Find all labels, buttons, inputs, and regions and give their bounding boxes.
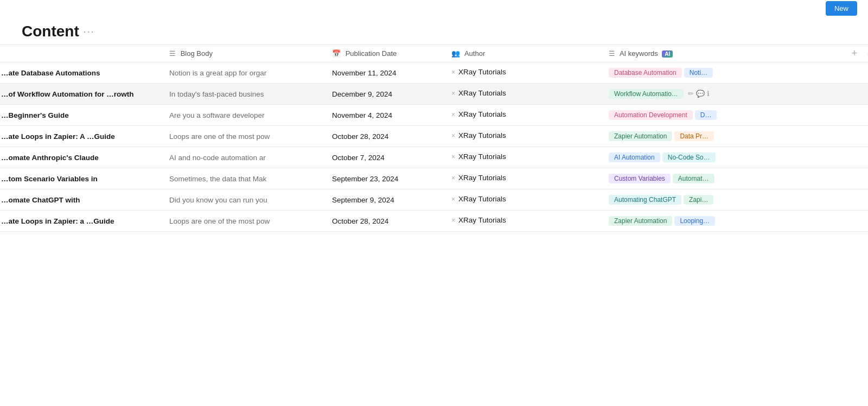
col-header-body[interactable]: ☰ Blog Body: [163, 45, 326, 62]
keyword-tag[interactable]: No-Code So…: [662, 153, 716, 162]
col-header-keywords[interactable]: ☰ AI keywords AI: [602, 45, 846, 62]
keyword-tag[interactable]: Noti…: [684, 68, 713, 78]
info-icon[interactable]: ℹ: [707, 90, 710, 98]
keyword-tag[interactable]: Automating ChatGPT: [609, 195, 681, 205]
author-remove-button[interactable]: ×: [451, 174, 455, 182]
cell-author[interactable]: ×XRay Tutorials: [445, 211, 602, 230]
cell-body: Did you know you can run you: [163, 189, 326, 211]
table-header-row: ☰ Blog Body 📅 Publication Date 👥 Author …: [0, 45, 868, 62]
table-row[interactable]: …omate ChatGPT withDid you know you can …: [0, 189, 868, 211]
cell-date: September 9, 2024: [326, 189, 445, 211]
cell-date: November 11, 2024: [326, 62, 445, 84]
table-row[interactable]: …of Workflow Automation for …rowthIn tod…: [0, 84, 868, 105]
cell-author[interactable]: ×XRay Tutorials: [445, 126, 602, 145]
table-row[interactable]: …Beginner's GuideAre you a software deve…: [0, 105, 868, 126]
comment-icon[interactable]: 💬: [696, 90, 705, 98]
cell-date: September 23, 2024: [326, 168, 445, 189]
keyword-tag[interactable]: Zapier Automation: [609, 216, 672, 226]
cell-empty-more: [863, 147, 868, 168]
keyword-tag[interactable]: Automation Development: [609, 110, 693, 120]
keyword-tag[interactable]: Data Pr…: [674, 131, 714, 141]
cell-body: Sometimes, the data that Mak: [163, 168, 326, 189]
author-name: XRay Tutorials: [458, 195, 506, 203]
col-header-date[interactable]: 📅 Publication Date: [326, 45, 445, 62]
cell-empty-add: [846, 189, 863, 211]
keyword-tag[interactable]: Zapier Automation: [609, 131, 672, 141]
content-table: ☰ Blog Body 📅 Publication Date 👥 Author …: [0, 45, 868, 232]
keyword-tag[interactable]: AI Automation: [609, 153, 660, 162]
add-column-button[interactable]: +: [846, 45, 863, 62]
author-remove-button[interactable]: ×: [451, 111, 455, 118]
cell-title[interactable]: …omate ChatGPT with: [0, 189, 163, 211]
keyword-tag[interactable]: Workflow Automatio…: [609, 89, 684, 99]
col-header-author[interactable]: 👥 Author: [445, 45, 602, 62]
cell-empty-add: [846, 126, 863, 147]
cell-empty-more: [863, 168, 868, 189]
cell-keywords[interactable]: AI AutomationNo-Code So…: [602, 147, 846, 168]
keyword-tag[interactable]: Automat…: [673, 174, 714, 183]
cell-title[interactable]: …tom Scenario Variables in: [0, 168, 163, 189]
cell-title[interactable]: …ate Loops in Zapier: a …Guide: [0, 211, 163, 232]
table-row[interactable]: …ate Loops in Zapier: a …GuideLoops are …: [0, 211, 868, 232]
cell-keywords[interactable]: Custom VariablesAutomat…: [602, 168, 846, 189]
cell-keywords[interactable]: Zapier AutomationData Pr…: [602, 126, 846, 147]
cell-date: December 9, 2024: [326, 84, 445, 105]
cell-author[interactable]: ×XRay Tutorials: [445, 168, 602, 187]
keyword-tag[interactable]: Database Automation: [609, 68, 682, 78]
cell-keywords[interactable]: Workflow Automatio…✏💬ℹ: [602, 84, 846, 105]
keyword-tag[interactable]: Looping…: [674, 216, 715, 226]
cell-keywords[interactable]: Zapier AutomationLooping…: [602, 211, 846, 232]
cell-date: November 4, 2024: [326, 105, 445, 126]
cell-body: Are you a software developer: [163, 105, 326, 126]
cell-title[interactable]: …of Workflow Automation for …rowth: [0, 84, 163, 105]
author-name: XRay Tutorials: [458, 89, 506, 97]
keyword-tag[interactable]: Custom Variables: [609, 174, 671, 183]
page-container: New Content ···: [0, 0, 868, 406]
cell-empty-more: [863, 62, 868, 84]
table-row[interactable]: …ate Loops in Zapier: A …GuideLoops are …: [0, 126, 868, 147]
author-remove-button[interactable]: ×: [451, 68, 455, 76]
cell-date: October 28, 2024: [326, 126, 445, 147]
cell-keywords[interactable]: Automation DevelopmentD…: [602, 105, 846, 126]
content-menu-dots[interactable]: ···: [84, 26, 95, 37]
cell-empty-more: [863, 211, 868, 232]
people-icon: 👥: [451, 49, 460, 58]
cell-empty-more: [863, 84, 868, 105]
cell-empty-add: [846, 105, 863, 126]
author-name: XRay Tutorials: [458, 216, 506, 224]
author-name: XRay Tutorials: [458, 131, 506, 139]
content-header: Content ···: [0, 16, 868, 45]
table-row[interactable]: …omate Anthropic's ClaudeAI and no-code …: [0, 147, 868, 168]
cell-title[interactable]: …ate Loops in Zapier: A …Guide: [0, 126, 163, 147]
cell-keywords[interactable]: Database AutomationNoti…: [602, 62, 846, 84]
keyword-tag[interactable]: D…: [695, 110, 717, 120]
cell-date: October 7, 2024: [326, 147, 445, 168]
author-remove-button[interactable]: ×: [451, 90, 455, 97]
cell-author[interactable]: ×XRay Tutorials: [445, 105, 602, 124]
author-remove-button[interactable]: ×: [451, 132, 455, 139]
new-button[interactable]: New: [826, 1, 857, 16]
cell-author[interactable]: ×XRay Tutorials: [445, 189, 602, 208]
cell-empty-more: [863, 126, 868, 147]
cell-title[interactable]: …omate Anthropic's Claude: [0, 147, 163, 168]
ai-badge: AI: [662, 50, 673, 58]
cell-keywords[interactable]: Automating ChatGPTZapi…: [602, 189, 846, 211]
cell-title[interactable]: …Beginner's Guide: [0, 105, 163, 126]
keyword-tag[interactable]: Zapi…: [684, 195, 713, 205]
author-remove-button[interactable]: ×: [451, 153, 455, 161]
edit-icon[interactable]: ✏: [688, 90, 694, 98]
cell-author[interactable]: ×XRay Tutorials: [445, 147, 602, 166]
author-remove-button[interactable]: ×: [451, 195, 455, 203]
author-name: XRay Tutorials: [458, 110, 506, 118]
cell-author[interactable]: ×XRay Tutorials: [445, 62, 602, 81]
author-remove-button[interactable]: ×: [451, 217, 455, 224]
more-columns-button[interactable]: ···: [863, 45, 868, 62]
table-row[interactable]: …ate Database AutomationsNotion is a gre…: [0, 62, 868, 84]
cell-empty-more: [863, 189, 868, 211]
cell-body: Loops are one of the most pow: [163, 126, 326, 147]
cell-author[interactable]: ×XRay Tutorials: [445, 84, 602, 103]
table-row[interactable]: …tom Scenario Variables inSometimes, the…: [0, 168, 868, 189]
calendar-icon: 📅: [332, 49, 341, 58]
cell-body: AI and no-code automation ar: [163, 147, 326, 168]
cell-title[interactable]: …ate Database Automations: [0, 62, 163, 84]
